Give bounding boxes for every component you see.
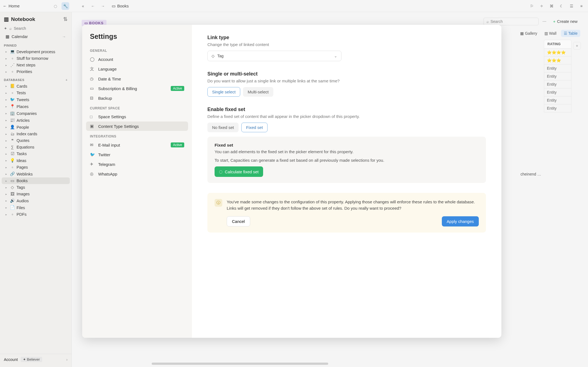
db-books[interactable]: ▸▭Books (2, 177, 70, 184)
table-cell[interactable]: Entity (544, 64, 571, 72)
multi-select-button[interactable]: Multi-select (243, 87, 273, 97)
expand-icon[interactable]: ⇅ (63, 16, 68, 22)
settings-language[interactable]: 文Language (86, 64, 188, 74)
pinned-item[interactable]: ▸▫Stuff for tomorrow (2, 55, 70, 62)
horizontal-scrollbar[interactable] (152, 363, 389, 365)
section-current-space: CURRENT SPACE (86, 103, 188, 112)
select-title: Single or multi-select (207, 71, 486, 77)
tag-icon: ◇ (212, 54, 215, 58)
search-icon: ⌕ (9, 26, 12, 31)
table-cell[interactable]: Entity (544, 72, 571, 80)
pinned-item[interactable]: ▸⋰Next steps (2, 62, 70, 68)
db-places[interactable]: ▸📍Places (2, 103, 70, 110)
graph-icon[interactable]: ✧ (538, 2, 546, 10)
lightbulb-icon[interactable]: ◌ (52, 2, 59, 10)
link-type-dropdown[interactable]: ◇Tag ⌄ (207, 51, 341, 61)
settings-space[interactable]: □Space Settings (86, 112, 188, 121)
settings-telegram[interactable]: ✈Telegram (86, 160, 188, 169)
section-integrations: INTEGRATIONS (86, 131, 188, 140)
db-cards[interactable]: ▸📒Cards (2, 83, 70, 90)
workspace-title[interactable]: Notebook (11, 16, 35, 22)
chevron-right-icon[interactable]: › (66, 357, 68, 362)
settings-content-type[interactable]: ▣Content Type Settings (86, 122, 188, 131)
settings-email[interactable]: ✉E-Mail inputActive (86, 140, 188, 150)
table-cell[interactable]: Entity (544, 80, 571, 88)
calculate-fixed-set-button[interactable]: ◌Calculate fixed set (215, 166, 263, 177)
view-gallery[interactable]: ▦ Gallery (517, 30, 540, 37)
db-people[interactable]: ▸👤People (2, 124, 70, 131)
sidebar: ▥ Notebook ⇅ ✦ ⌕ Search ▦Calendar → PINN… (0, 12, 72, 367)
db-tags[interactable]: ▸◇Tags (2, 184, 70, 191)
nav-back-icon[interactable]: ← (89, 2, 97, 10)
db-companies[interactable]: ▸🏢Companies (2, 110, 70, 117)
db-tweets[interactable]: ▸🐦Tweets (2, 96, 70, 103)
wrench-icon[interactable]: 🔧 (62, 2, 69, 10)
sparkle-icon[interactable]: ✦ (4, 26, 7, 31)
pinned-item[interactable]: ▸💻Development process (2, 48, 70, 55)
nav-collapse-icon[interactable]: « (79, 2, 87, 10)
single-select-button[interactable]: Single select (207, 87, 240, 97)
db-equations[interactable]: ▸∑Equations (2, 144, 70, 150)
ruler-icon[interactable]: ☰ (568, 2, 575, 10)
table-cell[interactable]: Entity (544, 88, 571, 96)
db-index[interactable]: ▸🗂Index cards (2, 131, 70, 137)
table-cell[interactable]: Entity (544, 96, 571, 104)
settings-whatsapp[interactable]: ◎WhatsApp (86, 169, 188, 179)
view-wall[interactable]: ▥ Wall (542, 30, 559, 37)
link-type-desc: Change the type of linked content (207, 42, 486, 47)
search-input[interactable]: Search (14, 26, 26, 31)
col-rating[interactable]: RATING (544, 40, 571, 48)
settings-backup[interactable]: ⊟Backup (86, 93, 188, 103)
apply-changes-button[interactable]: Apply changes (442, 216, 479, 226)
settings-body: Link type Change the type of linked cont… (192, 25, 501, 338)
create-new-button[interactable]: + Create new (550, 18, 580, 25)
fixed-desc: Define a fixed set of content that will … (207, 114, 486, 119)
databases-section: DATABASES+ (0, 75, 71, 83)
settings-sidebar: Settings GENERAL ◯Account 文Language ◷Dat… (82, 25, 192, 338)
db-pages[interactable]: ▸▫Pages (2, 164, 70, 171)
settings-datetime[interactable]: ◷Date & Time (86, 74, 188, 83)
table-cell[interactable]: ⭐⭐⭐ (544, 56, 571, 64)
warning-box: ⓘ You've made some changes to the config… (207, 193, 486, 233)
db-ideas[interactable]: ▸💡Ideas (2, 157, 70, 164)
add-database-icon[interactable]: + (66, 78, 68, 82)
table-cell[interactable]: ⭐⭐⭐⭐ (544, 48, 571, 56)
settings-title: Settings (86, 33, 188, 45)
pin-icon[interactable]: ⚐ (528, 2, 536, 10)
settings-twitter[interactable]: 🐦Twitter (86, 150, 188, 159)
settings-account[interactable]: ◯Account (86, 55, 188, 64)
db-images[interactable]: ▸🖼Images (2, 191, 70, 197)
settings-billing[interactable]: ▭Subscription & BillingActive (86, 84, 188, 93)
active-badge: Active (171, 142, 184, 147)
fixed-set-button[interactable]: Fixed set (241, 123, 268, 132)
db-quotes[interactable]: ▸❝Quotes (2, 137, 70, 144)
more-icon[interactable]: ⋯ (542, 19, 546, 24)
select-desc: Do you want to allow just a single link … (207, 79, 486, 83)
home-link[interactable]: ← Home (3, 4, 20, 8)
command-icon[interactable]: ⌘ (548, 2, 555, 10)
calendar-link[interactable]: ▦Calendar → (2, 33, 70, 40)
menu-icon[interactable]: ≡ (578, 2, 585, 10)
db-articles[interactable]: ▸📰Articles (2, 117, 70, 124)
pinned-item[interactable]: ▸▫Priorities (2, 68, 70, 75)
warning-text: You've made some changes to the configur… (227, 199, 479, 211)
db-pdfs[interactable]: ▸▫PDFs (2, 211, 70, 218)
moon-icon[interactable]: ☾ (558, 2, 565, 10)
view-table[interactable]: ☰ Table (561, 30, 580, 37)
db-tests[interactable]: ▸▫Tests (2, 90, 70, 96)
cancel-button[interactable]: Cancel (227, 216, 250, 226)
db-tasks[interactable]: ▸☑Tasks (2, 150, 70, 157)
pinned-section: PINNED (0, 41, 71, 48)
db-weblinks[interactable]: ▸🔗Weblinks (2, 171, 70, 177)
breadcrumb[interactable]: ▭ Books (112, 4, 129, 9)
fixed-set-box: Fixed set You can add elements to the fi… (207, 137, 486, 183)
db-files[interactable]: ▸📄Files (2, 204, 70, 211)
table-cell[interactable]: Entity (544, 104, 571, 112)
account-link[interactable]: Account (4, 357, 18, 362)
content-search[interactable]: ⌕ Search (483, 18, 539, 25)
no-fixed-set-button[interactable]: No fixed set (207, 123, 239, 132)
db-audios[interactable]: ▸🔊Audios (2, 197, 70, 204)
nav-forward-icon[interactable]: → (99, 2, 107, 10)
breadcrumb-label: Books (117, 4, 129, 8)
add-column-button[interactable]: + (573, 42, 581, 50)
